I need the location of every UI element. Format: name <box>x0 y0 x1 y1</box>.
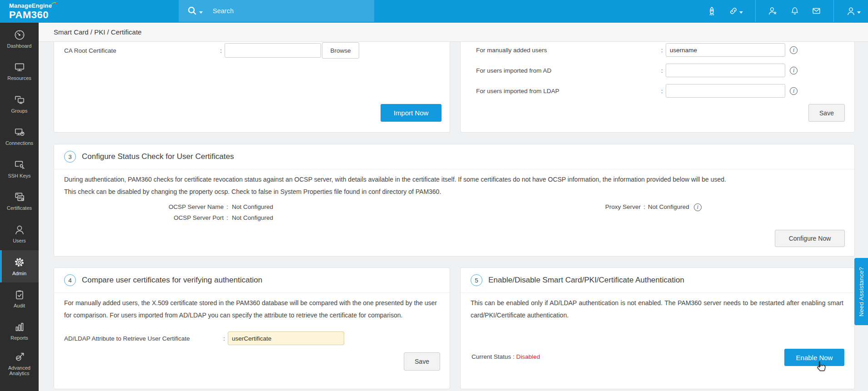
ldap-users-input[interactable] <box>666 84 785 98</box>
attr-input[interactable] <box>228 332 344 345</box>
brand-pam360: PAM360 <box>9 9 49 20</box>
colon: : <box>658 88 666 94</box>
rocket-icon[interactable] <box>707 6 717 16</box>
panel-divider <box>54 169 854 169</box>
panel-title: Compare user certificates for verifying … <box>82 276 262 285</box>
brand-logo[interactable]: ManageEngine PAM360 <box>9 2 52 20</box>
brand-swoosh-icon <box>51 1 57 5</box>
mapping-row-ldap: For users imported from LDAP : <box>476 84 845 98</box>
need-assistance-tab[interactable]: Need Assistance? <box>854 258 868 325</box>
sidebar-item-groups[interactable]: Groups <box>0 88 39 120</box>
step-number-badge: 3 <box>64 151 76 163</box>
colon: : <box>224 213 231 223</box>
ocsp-details: OCSP Server Name : Not Configured OCSP S… <box>151 202 273 223</box>
configure-now-button[interactable]: Configure Now <box>775 230 845 247</box>
sidebar-item-connections[interactable]: Connections <box>0 120 39 153</box>
sidebar-item-label: Audit <box>13 303 26 309</box>
colon: : <box>658 47 666 54</box>
sidebar-item-label: Connections <box>5 140 34 146</box>
panel-divider <box>461 292 854 293</box>
sidebar-item-dashboard[interactable]: Dashboard <box>0 23 39 55</box>
description-line-2: This check can be disabled by changing t… <box>64 188 441 195</box>
audit-icon <box>14 289 25 301</box>
sidebar-item-label: Resources <box>6 75 32 81</box>
import-now-button[interactable]: Import Now <box>381 104 442 122</box>
ad-users-input[interactable] <box>666 64 785 77</box>
sidebar-item-advanced-analytics[interactable]: Advanced Analytics <box>0 347 39 380</box>
panel-enable-authentication: 5 Enable/Disable Smart Card/PKI/Certific… <box>460 267 855 389</box>
save-button[interactable]: Save <box>404 352 440 371</box>
info-icon[interactable] <box>694 203 702 211</box>
panel-title: Configure Status Check for User Certific… <box>82 152 234 161</box>
sidebar-item-label: Groups <box>10 108 28 114</box>
panel-description: This can be enabled only if AD/LDAP auth… <box>471 297 843 322</box>
manual-users-input[interactable] <box>666 43 785 57</box>
link-icon[interactable] <box>729 6 743 15</box>
ocsp-server-name-value: Not Configured <box>232 202 273 213</box>
sidebar-item-label: SSH Keys <box>7 173 31 179</box>
ldap-users-label: For users imported from LDAP <box>476 88 658 94</box>
panel-import-ca-certificate: CA Root Certificate : Browse Import Now <box>54 42 450 133</box>
global-search <box>179 0 374 22</box>
current-status-label: Current Status <box>472 353 511 360</box>
save-button[interactable]: Save <box>808 104 845 122</box>
proxy-server-value: Not Configured <box>648 202 689 213</box>
dashboard-icon <box>14 29 25 41</box>
panel-description: For manually added users, the X.509 cert… <box>64 297 439 321</box>
current-status-row: Current Status : Disabled <box>472 353 540 360</box>
panel-divider <box>54 292 450 293</box>
colon: : <box>221 335 228 342</box>
header-divider <box>755 0 756 22</box>
current-status-value: Disabled <box>516 353 540 360</box>
bell-icon[interactable] <box>790 6 799 16</box>
sidebar-item-audit[interactable]: Audit <box>0 282 39 315</box>
ocsp-server-port-value: Not Configured <box>232 213 273 223</box>
step-number-badge: 5 <box>471 274 482 286</box>
ca-root-certificate-input[interactable] <box>225 43 321 58</box>
sidebar-nav: Dashboard Resources Groups Connections S… <box>0 23 39 391</box>
sidebar-item-label: Advanced Analytics <box>0 365 39 376</box>
mapping-row-ad: For users imported from AD : <box>476 64 845 77</box>
header-divider <box>833 0 834 22</box>
sidebar-item-ssh-keys[interactable]: SSH Keys <box>0 153 39 185</box>
colon: : <box>658 67 666 74</box>
main-content: CA Root Certificate : Browse Import Now … <box>39 42 868 391</box>
sidebar-item-admin[interactable]: Admin <box>0 250 39 283</box>
panel-description: During authentication, PAM360 checks for… <box>64 173 843 198</box>
need-assistance-label: Need Assistance? <box>858 267 865 317</box>
sidebar-item-certificates[interactable]: Certificates <box>0 185 39 218</box>
user-icon[interactable] <box>846 6 861 16</box>
reports-icon <box>14 321 25 333</box>
search-icon[interactable] <box>187 5 203 16</box>
sidebar-item-resources[interactable]: Resources <box>0 55 39 88</box>
attr-label: AD/LDAP Attribute to Retrieve User Certi… <box>64 335 221 342</box>
proxy-server-label: Proxy Server <box>605 202 641 213</box>
mail-icon[interactable] <box>812 6 821 15</box>
info-icon[interactable] <box>790 67 798 74</box>
manual-users-label: For manually added users <box>476 47 658 54</box>
sidebar-item-label: Users <box>12 238 27 244</box>
breadcrumb-bar: Smart Card / PKI / Certificate <box>39 23 868 42</box>
search-scope-caret-icon <box>199 11 203 14</box>
step-number-badge: 4 <box>64 274 76 286</box>
admin-gear-icon <box>13 256 25 268</box>
resources-icon <box>14 61 25 73</box>
sidebar-item-reports[interactable]: Reports <box>0 315 39 348</box>
colon: : <box>641 202 648 213</box>
user-caret-icon <box>857 11 861 14</box>
sidebar-item-label: Admin <box>11 271 27 277</box>
ocsp-server-port-label: OCSP Server Port <box>151 213 224 223</box>
info-icon[interactable] <box>790 87 798 95</box>
ocsp-server-name-label: OCSP Server Name <box>151 202 224 213</box>
panel-user-certificate-mapping: For manually added users : For users imp… <box>460 42 855 133</box>
advanced-analytics-icon <box>14 351 25 363</box>
sidebar-item-label: Dashboard <box>6 43 33 49</box>
browse-button[interactable]: Browse <box>322 42 359 59</box>
sidebar-item-users[interactable]: Users <box>0 218 39 250</box>
breadcrumb: Smart Card / PKI / Certificate <box>54 28 141 36</box>
search-input[interactable] <box>213 7 363 15</box>
link-caret-icon <box>739 11 743 14</box>
info-icon[interactable] <box>790 46 798 54</box>
user-star-icon[interactable] <box>768 6 778 15</box>
panel-title: Enable/Disable Smart Card/PKI/Certificat… <box>488 276 684 285</box>
